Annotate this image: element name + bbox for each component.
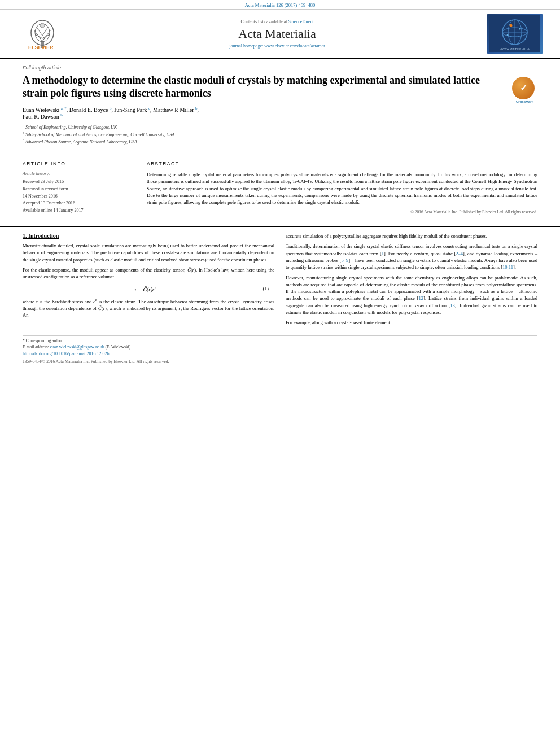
elsevier-tree-icon: ELSEVIER: [23, 19, 62, 50]
affiliation-b: b Sibley School of Mechanical and Aerosp…: [23, 130, 537, 138]
science-direct-link[interactable]: ScienceDirect: [288, 19, 314, 24]
journal-header-center: Contents lists available at ScienceDirec…: [73, 19, 481, 49]
homepage-label: journal homepage:: [229, 43, 263, 49]
history-received: Received 29 July 2016: [23, 178, 135, 186]
svg-line-7: [37, 27, 42, 36]
publisher-logo-area: ELSEVIER: [11, 19, 73, 50]
right-para-1: accurate simulation of a polycrystalline…: [286, 233, 537, 239]
right-para-3: However, manufacturing single crystal sp…: [286, 274, 537, 316]
right-para-2: Traditionally, determination of the sing…: [286, 243, 537, 270]
svg-point-18: [519, 28, 521, 29]
affiliation-c-text: Advanced Photon Source, Argonne National…: [25, 139, 137, 145]
journal-homepage: journal homepage: www.elsevier.com/locat…: [79, 43, 475, 49]
intro-para-3: where τ is the Kirchhoff stress and εe i…: [23, 297, 274, 319]
svg-point-19: [507, 34, 509, 36]
journal-title: Acta Materialia: [79, 27, 475, 41]
science-direct-line: Contents lists available at ScienceDirec…: [79, 19, 475, 24]
author-sup-2: b: [110, 106, 112, 111]
author-dawson: Paul R. Dawson: [23, 113, 59, 120]
elsevier-logo: ELSEVIER: [23, 19, 62, 50]
body-right-col: accurate simulation of a polycrystalline…: [286, 233, 537, 330]
article-history-label: Article history:: [23, 171, 135, 176]
author-sup-1: a, *: [61, 106, 67, 111]
crossmark-label: CrossMark: [512, 100, 537, 104]
abstract-heading: ABSTRACT: [147, 161, 537, 167]
ref-12-link[interactable]: 12: [419, 295, 424, 301]
article-info-abstract-row: ARTICLE INFO Article history: Received 2…: [23, 155, 537, 215]
author-boyce: Donald E. Boyce: [69, 107, 108, 113]
crossmark-badge: ✓ CrossMark: [512, 77, 537, 102]
section1-title: 1. Introduction: [23, 233, 274, 239]
article-title: A methodology to determine the elastic m…: [23, 74, 537, 101]
doi-bar: Acta Materialia 126 (2017) 469–480: [0, 0, 560, 10]
affiliation-a: a School of Engineering, University of G…: [23, 123, 537, 130]
article-content: Full length article A methodology to det…: [0, 59, 560, 220]
email-suffix: (E. Wielewski).: [105, 344, 132, 350]
acta-logo-icon: ACTA MATERIALIA: [489, 15, 540, 52]
svg-point-17: [510, 24, 513, 27]
affiliation-c: c Advanced Photon Source, Argonne Nation…: [23, 138, 537, 145]
abstract-text: Determining reliable single crystal mate…: [147, 171, 537, 206]
author-sup-3: c: [148, 106, 150, 111]
history-revised-date: 14 November 2016: [23, 193, 135, 200]
authors-line: Euan Wielewski a, *, Donald E. Boyce b, …: [23, 106, 537, 120]
corresponding-note: * Corresponding author.: [23, 338, 537, 343]
ref-5-9-link[interactable]: 5–9: [341, 257, 348, 263]
copyright-line: © 2016 Acta Materialia Inc. Published by…: [147, 209, 537, 215]
footer-issn: 1359-6454/© 2016 Acta Materialia Inc. Pu…: [0, 358, 560, 365]
footer-doi[interactable]: http://dx.doi.org/10.1016/j.actamat.2016…: [0, 351, 560, 356]
email-note: E-mail address: euan.wielewski@glasgow.a…: [23, 344, 537, 350]
equation-1-number: (1): [263, 286, 269, 291]
article-info-heading: ARTICLE INFO: [23, 161, 135, 167]
footer-separator: [23, 335, 537, 336]
history-online: Available online 14 January 2017: [23, 207, 135, 215]
abstract-col: ABSTRACT Determining reliable single cry…: [147, 161, 537, 215]
contents-label: Contents lists available at: [241, 19, 287, 24]
ref-13-link[interactable]: 13: [450, 303, 455, 308]
affiliation-a-text: School of Engineering, University of Gla…: [25, 125, 117, 130]
author-park: Jun-Sang Park: [114, 107, 147, 113]
author-miller: Matthew P. Miller: [153, 107, 194, 113]
doi-text: Acta Materialia 126 (2017) 469–480: [245, 2, 316, 8]
body-divider: [0, 226, 560, 227]
journal-header-right: ACTA MATERIALIA: [481, 14, 549, 54]
equation-1-line: τ = C̃(r)εe (1): [23, 285, 274, 292]
author-sup-4: b: [195, 106, 198, 111]
svg-point-9: [40, 23, 45, 28]
affiliations: a School of Engineering, University of G…: [23, 123, 537, 150]
history-revised-label: Received in revised form: [23, 186, 135, 193]
svg-line-8: [42, 27, 48, 36]
svg-text:ACTA MATERIALIA: ACTA MATERIALIA: [500, 47, 530, 51]
ref-2-4-link[interactable]: 2–4: [456, 251, 463, 256]
page-wrapper: Acta Materialia 126 (2017) 469–480: [0, 0, 560, 365]
history-accepted: Accepted 13 December 2016: [23, 200, 135, 207]
body-left-col: 1. Introduction Microstructurally detail…: [23, 233, 274, 330]
journal-header: ELSEVIER Contents lists available at Sci…: [0, 10, 560, 59]
homepage-url[interactable]: www.elsevier.com/locate/actamat: [264, 43, 325, 49]
equation-1-text: τ = C̃(r)εe: [28, 285, 263, 292]
affiliation-b-text: Sibley School of Mechanical and Aerospac…: [25, 132, 174, 137]
crossmark-icon: ✓: [512, 77, 535, 99]
footer-notes: * Corresponding author. E-mail address: …: [0, 338, 560, 350]
right-para-4: For example, along with a crystal-based …: [286, 319, 537, 326]
intro-para-2: For the elastic response, the moduli app…: [23, 267, 274, 281]
ref-10-11-link[interactable]: 10,11: [502, 264, 513, 270]
abstract-paragraph: Determining reliable single crystal mate…: [147, 171, 537, 206]
ref-1-link[interactable]: 1: [382, 251, 384, 256]
article-type: Full length article: [23, 65, 537, 71]
svg-text:ELSEVIER: ELSEVIER: [28, 45, 54, 50]
author-wielewski: Euan Wielewski: [23, 107, 59, 113]
article-info-col: ARTICLE INFO Article history: Received 2…: [23, 161, 135, 215]
author-sup-5: b: [60, 113, 63, 117]
email-link[interactable]: euan.wielewski@glasgow.ac.uk: [50, 344, 104, 350]
body-two-col: 1. Introduction Microstructurally detail…: [0, 233, 560, 330]
acta-materialia-logo: ACTA MATERIALIA: [487, 14, 543, 54]
intro-para-1: Microstructurally detailed, crystal-scal…: [23, 242, 274, 263]
